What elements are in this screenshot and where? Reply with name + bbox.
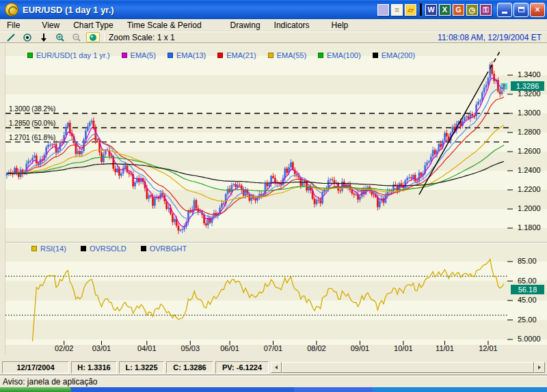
tool-bar: Zoom Scale: 1 x 1 11:08:08 AM, 12/19/200… — [0, 31, 547, 43]
date-axis-tick: 11/01 — [436, 344, 454, 352]
status-panel-1: H: 1.3316 — [71, 361, 117, 374]
legend-item-ovrbght[interactable]: OVRBGHT — [141, 244, 187, 253]
legend-label: EMA(55) — [277, 51, 306, 59]
restore-button[interactable] — [513, 3, 529, 17]
chart-client-area: EUR/USD(1 day 1 yr.)EMA(5)EMA(13)EMA(21)… — [0, 43, 547, 354]
legend-item-ema200[interactable]: EMA(200) — [373, 51, 416, 59]
close-button[interactable]: × — [530, 3, 545, 17]
title-bar[interactable]: EUR/USD (1 day 1 yr.) ≡▱WXG◷⚿ × — [0, 0, 547, 19]
price-axis-tick: 1.2600 — [518, 147, 541, 155]
right-arrow-icon — [538, 365, 541, 369]
taskbar-button[interactable] — [373, 387, 547, 392]
folder-icon[interactable]: ▱ — [405, 4, 416, 16]
rsi-legend: RSI(14)OVRSOLDOVRBGHT — [31, 244, 187, 253]
menu-item-help[interactable]: Help — [325, 20, 356, 31]
zoom-in-icon — [55, 33, 65, 42]
legend-label: OVRBGHT — [150, 244, 187, 253]
date-axis-tick: 12/01 — [479, 344, 498, 352]
price-axis-tick: 1.3000 — [518, 109, 541, 117]
line-draw-tool[interactable] — [4, 32, 18, 42]
ellipse-icon — [23, 33, 32, 42]
app-logo-icon — [5, 3, 18, 16]
price-axis-tick: 1.2400 — [518, 166, 541, 174]
legend-label: RSI(14) — [40, 244, 66, 253]
legend-swatch-icon — [31, 246, 37, 251]
legend-item-ovrsold[interactable]: OVRSOLD — [81, 244, 126, 253]
taskbar-button[interactable] — [294, 387, 373, 392]
price-axis-tick: 1.3400 — [518, 70, 541, 79]
legend-item-ema100[interactable]: EMA(100) — [318, 51, 361, 59]
summary-bar: 12/17/2004H: 1.3316L: 1.3225C: 1.3286PV:… — [0, 354, 547, 376]
legend-swatch-icon — [141, 246, 146, 251]
legend-label: EUR/USD(1 day 1 yr.) — [36, 51, 110, 59]
restore-icon — [518, 7, 524, 12]
key-icon[interactable]: ⚿ — [480, 4, 492, 16]
legend-item-eurusd1day1yr[interactable]: EUR/USD(1 day 1 yr.) — [27, 51, 110, 59]
word-icon[interactable]: W — [425, 4, 437, 16]
legend-item-ema55[interactable]: EMA(55) — [268, 51, 306, 59]
status-message: Aviso: janela de aplicação — [3, 377, 98, 387]
price-legend: EUR/USD(1 day 1 yr.)EMA(5)EMA(13)EMA(21)… — [27, 51, 415, 59]
date-axis-tick: 10/01 — [394, 344, 413, 352]
legend-item-rsi14[interactable]: RSI(14) — [31, 244, 66, 253]
scrollbar-thumb[interactable] — [282, 362, 534, 373]
legend-swatch-icon — [168, 53, 173, 58]
minimize-button[interactable] — [497, 3, 512, 17]
status-panel-2: L: 1.3225 — [119, 361, 164, 374]
close-icon: × — [535, 5, 539, 14]
legend-label: EMA(200) — [382, 51, 416, 59]
menu-item-time-scale-period[interactable]: Time Scale & Period — [120, 20, 209, 31]
horizontal-scrollbar[interactable] — [271, 362, 545, 373]
ellipse-tool[interactable] — [21, 32, 34, 42]
legend-item-ema5[interactable]: EMA(5) — [122, 51, 156, 59]
start-button[interactable] — [0, 387, 71, 392]
menu-item-view[interactable]: View — [35, 20, 66, 31]
zoom-in-tool[interactable] — [53, 32, 67, 42]
left-border-strip — [0, 43, 5, 354]
rsi-axis-tick: 65.00 — [518, 277, 537, 285]
scroll-right-button[interactable] — [534, 362, 545, 373]
date-axis-tick: 03/01 — [92, 344, 111, 352]
date-axis-tick: 09/01 — [351, 344, 370, 352]
scroll-left-button[interactable] — [271, 362, 282, 373]
notes-icon[interactable]: ≡ — [391, 4, 403, 16]
price-axis-tick: 1.2200 — [518, 185, 541, 193]
fib-level-label: 1.3000 (38.2%) — [9, 105, 55, 113]
tray-separator — [420, 3, 422, 16]
clock-icon[interactable]: ◷ — [466, 4, 478, 16]
marker-tool[interactable] — [86, 32, 100, 42]
menu-item-chart-type[interactable]: Chart Type — [66, 20, 120, 31]
menu-item-file[interactable]: File — [0, 20, 27, 31]
excel-icon[interactable]: X — [439, 4, 451, 16]
zoom-out-tool[interactable] — [70, 32, 83, 42]
zoom-scale-label: Zoom Scale: 1 x 1 — [109, 33, 175, 42]
app-window: EUR/USD (1 day 1 yr.) ≡▱WXG◷⚿ × FileView… — [0, 0, 547, 392]
menu-item-indicators[interactable]: Indicators — [267, 20, 317, 31]
legend-label: EMA(5) — [131, 51, 156, 59]
legend-item-ema21[interactable]: EMA(21) — [217, 51, 256, 59]
date-axis-tick: 07/01 — [264, 344, 283, 352]
fib-level-label: 1.2701 (61.8%) — [9, 134, 55, 141]
window-title: EUR/USD (1 day 1 yr.) — [23, 5, 114, 15]
legend-swatch-icon — [318, 53, 323, 58]
legend-label: EMA(100) — [327, 51, 361, 59]
arrow-tool[interactable] — [37, 32, 51, 42]
status-panel-4: PV: -6.1224 — [215, 361, 269, 374]
menu-item-drawing[interactable]: Drawing — [224, 20, 267, 31]
legend-swatch-icon — [217, 53, 223, 58]
pencil-icon — [6, 33, 16, 42]
toolbar-separator — [104, 33, 105, 42]
clock-timestamp: 11:08:08 AM, 12/19/2004 ET — [438, 33, 542, 42]
fib-level-label: 1.2850 (50.0%) — [9, 120, 55, 127]
date-axis-tick: 05/03 — [181, 344, 200, 352]
last-rsi-badge: 56.18 — [511, 285, 544, 294]
legend-item-ema13[interactable]: EMA(13) — [168, 51, 206, 59]
launcher-grid-icon[interactable] — [377, 4, 389, 16]
legend-swatch-icon — [373, 53, 378, 58]
taskbar-sliver — [0, 387, 547, 392]
date-axis-tick: 06/01 — [220, 344, 239, 352]
schedule-icon[interactable]: G — [453, 4, 464, 16]
legend-label: EMA(21) — [226, 51, 256, 59]
date-axis-tick: 04/01 — [137, 344, 157, 352]
chart-canvas[interactable] — [0, 43, 547, 354]
